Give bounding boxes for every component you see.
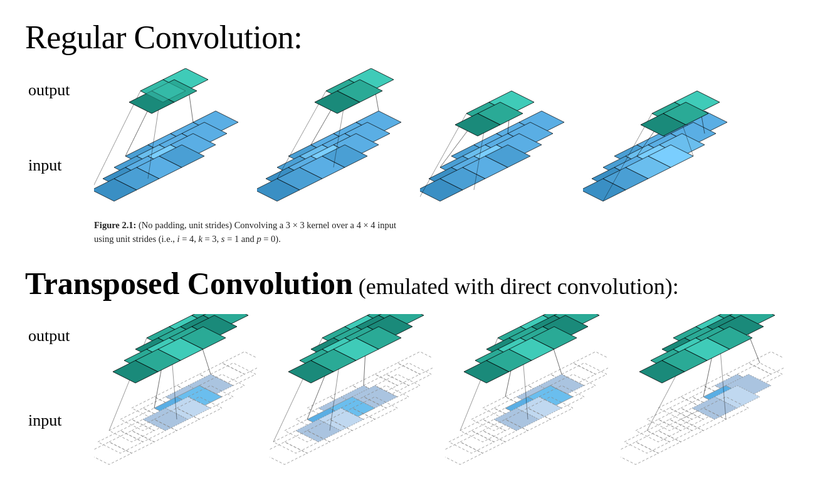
section1-title: Regular Convolution: xyxy=(25,19,810,56)
section2-title-light: (emulated with direct convolution): xyxy=(353,274,679,299)
svg-marker-151 xyxy=(386,363,431,386)
transposed-conv-diagram-2 xyxy=(270,314,433,477)
output-label-1: output xyxy=(28,81,70,100)
svg-marker-145 xyxy=(375,363,420,386)
input-label-2: input xyxy=(28,411,61,430)
caption-text: (No padding, unit strides) Convolving a … xyxy=(94,220,396,244)
svg-marker-236 xyxy=(748,352,784,374)
svg-marker-101 xyxy=(222,352,257,374)
caption-label: Figure 2.1: xyxy=(94,220,136,230)
figure-caption: Figure 2.1: (No padding, unit strides) C… xyxy=(94,219,407,246)
svg-marker-247 xyxy=(624,431,670,453)
svg-marker-202 xyxy=(449,431,494,453)
svg-marker-146 xyxy=(397,352,433,374)
svg-marker-252 xyxy=(621,442,658,465)
regular-conv-diagram-2 xyxy=(257,68,407,213)
section2-title-bold: Transposed Convolution xyxy=(25,266,353,301)
svg-marker-112 xyxy=(98,431,143,453)
svg-marker-117 xyxy=(94,442,132,465)
transposed-conv-diagram-3 xyxy=(445,314,608,477)
svg-marker-207 xyxy=(445,442,483,465)
transposed-conv-diagram-1 xyxy=(94,314,257,477)
regular-conv-diagram-3 xyxy=(420,68,570,213)
output-label-2: output xyxy=(28,327,70,345)
transposed-conv-diagram-4 xyxy=(621,314,784,477)
regular-conv-diagram-1 xyxy=(94,68,244,213)
svg-marker-191 xyxy=(573,352,608,374)
input-label-1: input xyxy=(28,156,61,175)
regular-conv-diagram-4 xyxy=(583,68,733,213)
section2-title: Transposed Convolution (emulated with di… xyxy=(25,265,810,302)
svg-marker-162 xyxy=(270,442,307,465)
